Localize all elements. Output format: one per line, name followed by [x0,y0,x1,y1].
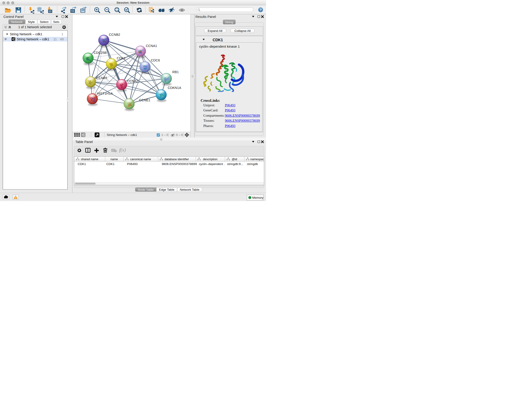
svg-text:CDK1: CDK1 [117,56,126,60]
svg-text:CCNA1: CCNA1 [146,44,157,47]
svg-text:HIST1H1A: HIST1H1A [97,92,113,95]
svg-text:CCNE1: CCNE1 [139,98,150,102]
svg-text:CDC25B: CDC25B [94,51,107,54]
svg-text:CCNB2: CCNB2 [109,32,120,36]
svg-text:CDC6: CDC6 [151,58,160,62]
svg-text:CCNA2: CCNA2 [127,79,138,83]
svg-text:CDKN1A: CDKN1A [168,86,181,89]
svg-text:RB1: RB1 [172,70,179,74]
svg-text:CCNB1: CCNB1 [96,76,108,80]
